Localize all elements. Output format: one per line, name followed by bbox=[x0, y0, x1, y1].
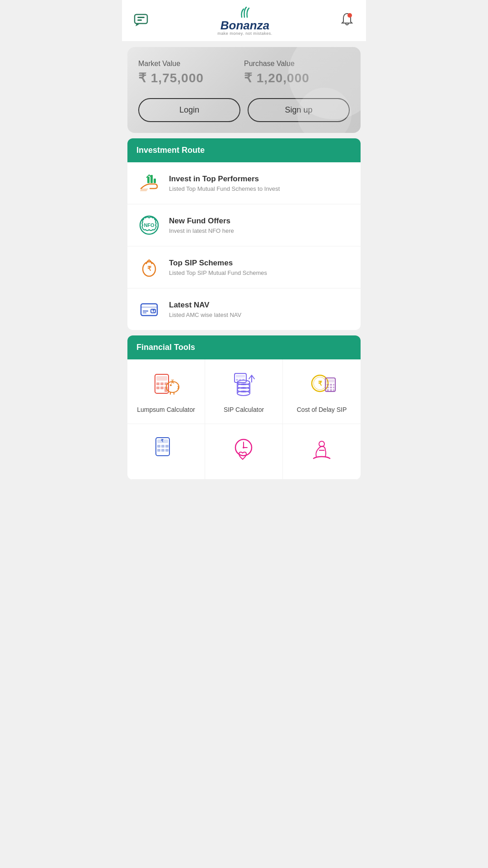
financial-tools-header: Financial Tools bbox=[127, 335, 361, 359]
svg-rect-12 bbox=[141, 307, 157, 308]
svg-rect-4 bbox=[147, 177, 150, 183]
svg-text:₹: ₹ bbox=[161, 439, 164, 443]
cost-of-delay-sip-icon: ₹ bbox=[306, 368, 338, 400]
svg-text:₹: ₹ bbox=[318, 380, 322, 387]
purchase-value-label: Purchase Value bbox=[244, 60, 350, 68]
financial-tools-grid: Lumpsum Calculator bbox=[127, 359, 361, 480]
sip-calculator-label: SIP Calculator bbox=[224, 406, 264, 415]
top-performers-subtitle: Listed Top Mutual Fund Schemes to Invest bbox=[169, 185, 280, 192]
svg-rect-1 bbox=[137, 17, 145, 18]
svg-rect-48 bbox=[333, 384, 334, 386]
svg-rect-61 bbox=[161, 449, 164, 452]
lumpsum-calculator-label: Lumpsum Calculator bbox=[137, 406, 195, 415]
top-sip-item[interactable]: ₹ Top SIP Schemes Listed Top SIP Mutual … bbox=[127, 246, 361, 288]
svg-point-26 bbox=[170, 384, 172, 386]
svg-rect-37 bbox=[236, 379, 238, 381]
tool-6-icon bbox=[306, 433, 338, 465]
svg-text:₹: ₹ bbox=[147, 265, 151, 272]
top-performers-icon bbox=[136, 170, 162, 196]
svg-rect-6 bbox=[154, 179, 156, 183]
svg-rect-28 bbox=[171, 379, 174, 381]
top-sip-subtitle: Listed Top SIP Mutual Fund Schemes bbox=[169, 269, 267, 276]
svg-rect-39 bbox=[242, 379, 244, 381]
svg-rect-22 bbox=[156, 387, 160, 389]
latest-nav-subtitle: Listed AMC wise latest NAV bbox=[169, 311, 241, 318]
svg-rect-51 bbox=[333, 387, 334, 388]
svg-rect-0 bbox=[135, 14, 147, 24]
top-sip-text: Top SIP Schemes Listed Top SIP Mutual Fu… bbox=[169, 259, 267, 276]
top-performers-title: Invest in Top Performers bbox=[169, 175, 280, 184]
nfo-icon: NFO bbox=[136, 212, 162, 238]
purchase-value-block: Purchase Value ₹ 1,20,000 bbox=[244, 60, 350, 85]
top-performers-item[interactable]: Invest in Top Performers Listed Top Mutu… bbox=[127, 162, 361, 204]
market-value-amount: ₹ 1,75,000 bbox=[138, 71, 244, 85]
svg-rect-52 bbox=[327, 389, 329, 391]
investment-route-header: Investment Route bbox=[127, 138, 361, 162]
market-value-label: Market Value bbox=[138, 60, 244, 68]
top-sip-icon: ₹ bbox=[136, 255, 162, 280]
notification-bell-button[interactable] bbox=[337, 10, 357, 31]
latest-nav-title: Latest NAV bbox=[169, 301, 241, 310]
lumpsum-calculator-icon bbox=[150, 368, 182, 400]
tool-4[interactable]: ₹ bbox=[127, 424, 205, 480]
svg-rect-50 bbox=[330, 387, 332, 388]
nfo-subtitle: Invest in latest NFO here bbox=[169, 227, 234, 234]
svg-rect-18 bbox=[156, 376, 167, 381]
svg-rect-57 bbox=[157, 445, 160, 448]
nfo-item[interactable]: NFO New Fund Offers Invest in latest NFO… bbox=[127, 204, 361, 246]
svg-rect-54 bbox=[333, 389, 334, 391]
svg-rect-38 bbox=[239, 379, 241, 381]
svg-point-3 bbox=[347, 13, 352, 18]
sip-calculator-tool[interactable]: SIP Calculator bbox=[205, 359, 283, 424]
latest-nav-item[interactable]: ₹ Latest NAV Listed AMC wise latest NAV bbox=[127, 288, 361, 330]
lumpsum-calculator-tool[interactable]: Lumpsum Calculator bbox=[127, 359, 205, 424]
tool-6[interactable] bbox=[283, 424, 361, 480]
svg-rect-60 bbox=[157, 449, 160, 452]
financial-tools-title: Financial Tools bbox=[136, 343, 352, 352]
svg-rect-19 bbox=[156, 382, 160, 385]
top-sip-title: Top SIP Schemes bbox=[169, 259, 267, 268]
cost-of-delay-sip-label: Cost of Delay SIP bbox=[297, 406, 347, 415]
latest-nav-text: Latest NAV Listed AMC wise latest NAV bbox=[169, 301, 241, 318]
svg-rect-46 bbox=[327, 384, 329, 386]
nfo-title: New Fund Offers bbox=[169, 217, 234, 226]
market-value-block: Market Value ₹ 1,75,000 bbox=[138, 60, 244, 85]
svg-rect-23 bbox=[160, 387, 164, 389]
tool-4-icon: ₹ bbox=[150, 433, 182, 465]
svg-rect-59 bbox=[165, 445, 169, 448]
nfo-text: New Fund Offers Invest in latest NFO her… bbox=[169, 217, 234, 234]
investment-route-title: Investment Route bbox=[136, 146, 352, 155]
login-button[interactable]: Login bbox=[138, 98, 240, 122]
investment-route-card: Invest in Top Performers Listed Top Mutu… bbox=[127, 162, 361, 330]
svg-rect-45 bbox=[326, 379, 334, 382]
svg-rect-58 bbox=[161, 445, 164, 448]
svg-rect-53 bbox=[330, 389, 332, 391]
svg-text:NFO: NFO bbox=[144, 222, 155, 228]
logo-name: Bonanza bbox=[221, 19, 269, 31]
tool-5-icon bbox=[228, 433, 260, 465]
brand-logo: Bonanza make money. not mistakes. bbox=[217, 5, 272, 36]
svg-rect-49 bbox=[327, 387, 329, 388]
purchase-value-amount: ₹ 1,20,000 bbox=[244, 71, 350, 85]
logo-graphic bbox=[238, 5, 252, 18]
signup-button[interactable]: Sign up bbox=[248, 98, 350, 122]
sip-calculator-icon bbox=[228, 368, 260, 400]
svg-rect-62 bbox=[165, 449, 169, 452]
latest-nav-icon: ₹ bbox=[136, 297, 162, 322]
tool-5[interactable] bbox=[205, 424, 283, 480]
svg-rect-36 bbox=[236, 375, 245, 377]
bell-icon bbox=[339, 12, 355, 28]
chat-icon-button[interactable] bbox=[131, 9, 153, 32]
svg-rect-47 bbox=[330, 384, 332, 386]
svg-rect-20 bbox=[160, 382, 164, 385]
cost-of-delay-sip-tool[interactable]: ₹ Cost of Delay SIP bbox=[283, 359, 361, 424]
market-value-card: Market Value ₹ 1,75,000 Purchase Value ₹… bbox=[127, 47, 361, 133]
svg-rect-2 bbox=[137, 19, 142, 21]
logo-tagline: make money. not mistakes. bbox=[217, 31, 272, 36]
chat-icon bbox=[133, 11, 151, 29]
top-performers-text: Invest in Top Performers Listed Top Mutu… bbox=[169, 175, 280, 192]
app-header: Bonanza make money. not mistakes. bbox=[122, 0, 366, 42]
